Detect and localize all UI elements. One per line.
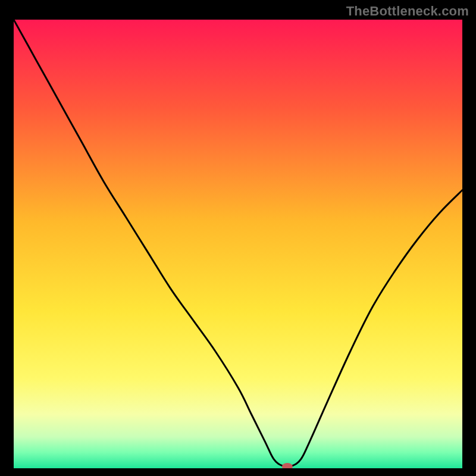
chart-frame: TheBottleneck.com (0, 0, 476, 476)
gradient-background (14, 20, 462, 468)
plot-area (14, 20, 462, 468)
watermark-label: TheBottleneck.com (346, 4, 469, 19)
bottleneck-chart (14, 20, 462, 468)
